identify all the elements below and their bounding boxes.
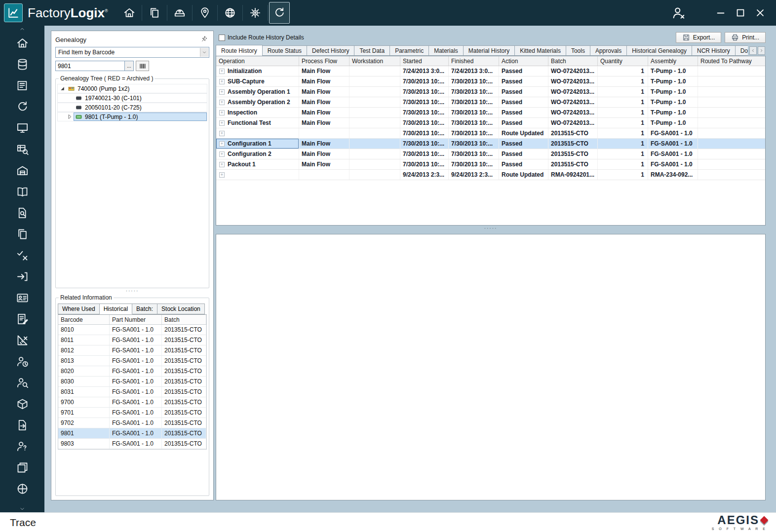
tab-documents[interactable]: Documents bbox=[736, 45, 748, 56]
include-route-history-details-checkbox[interactable] bbox=[219, 35, 225, 41]
tab-material-history[interactable]: Material History bbox=[464, 45, 515, 56]
table-row[interactable]: +InitializationMain Flow7/24/2013 3:0...… bbox=[216, 66, 765, 76]
tab-ncr-history[interactable]: NCR History bbox=[692, 45, 736, 56]
tab-scroll-left-button[interactable] bbox=[749, 46, 757, 55]
table-row[interactable]: +9/24/2013 2:3...9/24/2013 2:3...Route U… bbox=[216, 170, 765, 180]
expand-icon[interactable]: + bbox=[219, 152, 225, 157]
rail-scroll-down-button[interactable] bbox=[0, 505, 44, 512]
related-table-row[interactable]: 8011FG-SA001 - 1.02013515-CTO bbox=[58, 335, 206, 345]
related-table-row[interactable]: 9701FG-SA001 - 1.02013515-CTO bbox=[58, 408, 206, 418]
related-table-row[interactable]: 9803FG-SA001 - 1.02013515-CTO bbox=[58, 439, 206, 449]
barcode-scan-button[interactable] bbox=[136, 61, 149, 71]
expand-icon[interactable]: + bbox=[219, 89, 225, 95]
tab-tools[interactable]: Tools bbox=[566, 45, 590, 56]
tab-defect-history[interactable]: Defect History bbox=[307, 45, 354, 56]
table-row[interactable]: +7/30/2013 10:...7/30/2013 10:...Route U… bbox=[216, 128, 765, 139]
table-row[interactable]: +Functional TestMain Flow7/30/2013 10:..… bbox=[216, 118, 765, 128]
column-header-started[interactable]: Started bbox=[400, 56, 449, 66]
table-row[interactable]: +Configuration 1Main Flow7/30/2013 10:..… bbox=[216, 139, 765, 149]
table-row[interactable]: +InspectionMain Flow7/30/2013 10:...7/30… bbox=[216, 108, 765, 118]
print-button[interactable]: Print... bbox=[725, 32, 766, 43]
rail-note-edit-button[interactable] bbox=[0, 308, 44, 330]
related-table-row[interactable]: 8020FG-SA001 - 1.02013515-CTO bbox=[58, 366, 206, 377]
table-row[interactable]: +SUB-CaptureMain Flow7/30/2013 10:...7/3… bbox=[216, 76, 765, 87]
expand-icon[interactable]: + bbox=[219, 110, 225, 115]
column-header-assembly[interactable]: Assembly bbox=[648, 56, 698, 66]
rail-user-question-button[interactable] bbox=[0, 436, 44, 457]
related-table-row[interactable]: 9700FG-SA001 - 1.02013515-CTO bbox=[58, 397, 206, 408]
barcode-input[interactable] bbox=[55, 61, 124, 71]
expand-icon[interactable]: + bbox=[219, 141, 225, 147]
titlebar-minimize-button[interactable] bbox=[711, 2, 731, 24]
titlebar-close-button[interactable] bbox=[750, 2, 770, 24]
tree-item[interactable]: 740000 (Pump 1x2) bbox=[57, 84, 207, 93]
expand-icon[interactable]: + bbox=[219, 120, 225, 126]
location-button[interactable] bbox=[194, 2, 216, 23]
genealogy-splitter[interactable]: ····· bbox=[55, 288, 209, 294]
titlebar-user-logout-button[interactable] bbox=[668, 2, 688, 24]
expander-expanded-icon[interactable] bbox=[59, 85, 66, 92]
tab-materials[interactable]: Materials bbox=[429, 45, 464, 56]
tree-item[interactable]: 9801 (T-Pump - 1.0) bbox=[57, 112, 207, 121]
tree-item[interactable]: 20050101-20 (C-725) bbox=[57, 103, 207, 112]
column-header-workstation[interactable]: Workstation bbox=[349, 56, 400, 66]
rail-box-add-button[interactable] bbox=[0, 393, 44, 415]
tab-approvals[interactable]: Approvals bbox=[590, 45, 627, 56]
column-header-barcode[interactable]: Barcode bbox=[58, 315, 110, 324]
column-header-batch[interactable]: Batch bbox=[548, 56, 598, 66]
related-table-row[interactable]: 8030FG-SA001 - 1.02013515-CTO bbox=[58, 377, 206, 387]
titlebar-maximize-button[interactable] bbox=[731, 2, 750, 24]
table-row[interactable]: +Assembly Operation 1Main Flow7/30/2013 … bbox=[216, 87, 765, 97]
rail-reports-button[interactable] bbox=[0, 457, 44, 478]
rail-verify-button[interactable] bbox=[0, 245, 44, 266]
tab-batch[interactable]: Batch: bbox=[132, 304, 157, 314]
column-header-process-flow[interactable]: Process Flow bbox=[299, 56, 349, 66]
rail-monitor-button[interactable] bbox=[0, 117, 44, 139]
expand-icon[interactable]: + bbox=[219, 79, 225, 84]
tab-parametric[interactable]: Parametric bbox=[390, 45, 429, 56]
rail-user-search-button[interactable] bbox=[0, 372, 44, 393]
trace-button[interactable] bbox=[269, 2, 290, 24]
machine-button[interactable] bbox=[168, 2, 191, 23]
tab-test-data[interactable]: Test Data bbox=[354, 45, 390, 56]
rail-id-card-button[interactable] bbox=[0, 287, 44, 308]
related-table-row[interactable]: 8031FG-SA001 - 1.02013515-CTO bbox=[58, 387, 206, 397]
related-table-row[interactable]: 8012FG-SA001 - 1.02013515-CTO bbox=[58, 345, 206, 356]
tab-scroll-right-button[interactable] bbox=[758, 46, 765, 55]
expand-icon[interactable]: + bbox=[219, 162, 225, 167]
tab-route-history[interactable]: Route History bbox=[216, 45, 263, 56]
column-header-finished[interactable]: Finished bbox=[449, 56, 499, 66]
pin-button[interactable] bbox=[199, 35, 209, 44]
tree-item[interactable]: 19740021-30 (C-101) bbox=[57, 93, 207, 103]
related-table-row[interactable]: 9702FG-SA001 - 1.02013515-CTO bbox=[58, 418, 206, 428]
rail-document-search-button[interactable] bbox=[0, 202, 44, 224]
rail-data-search-button[interactable] bbox=[0, 139, 44, 160]
related-table-row[interactable]: 8013FG-SA001 - 1.02013515-CTO bbox=[58, 356, 206, 366]
rail-warehouse-button[interactable] bbox=[0, 160, 44, 181]
expander-collapsed-icon[interactable] bbox=[67, 114, 73, 120]
browse-button[interactable]: ... bbox=[124, 61, 134, 71]
rail-design-button[interactable] bbox=[0, 75, 44, 96]
column-header-batch[interactable]: Batch bbox=[162, 315, 206, 324]
related-table-row[interactable]: 9801FG-SA001 - 1.02013515-CTO bbox=[58, 428, 206, 439]
related-table-row[interactable]: 8010FG-SA001 - 1.02013515-CTO bbox=[58, 325, 206, 335]
rail-measure-remove-button[interactable] bbox=[0, 330, 44, 351]
table-row[interactable]: +Packout 1Main Flow7/30/2013 10:...7/30/… bbox=[216, 159, 765, 170]
rail-book-button[interactable] bbox=[0, 181, 44, 202]
rail-copy-pages-button[interactable] bbox=[0, 224, 44, 245]
column-header-operation[interactable]: Operation bbox=[216, 56, 299, 66]
settings-button[interactable] bbox=[244, 2, 267, 23]
expand-icon[interactable]: + bbox=[219, 172, 225, 178]
tab-where-used[interactable]: Where Used bbox=[58, 304, 100, 314]
expand-icon[interactable]: + bbox=[219, 131, 225, 136]
rail-materials-button[interactable] bbox=[0, 54, 44, 75]
search-mode-dropdown[interactable]: Find Item by Barcode bbox=[55, 47, 209, 58]
column-header-routed-to-pathway[interactable]: Routed To Pathway bbox=[698, 56, 766, 66]
tab-kitted-materials[interactable]: Kitted Materials bbox=[515, 45, 566, 56]
rail-user-clock-button[interactable] bbox=[0, 351, 44, 372]
expand-icon[interactable]: + bbox=[219, 69, 225, 74]
rail-scroll-up-button[interactable] bbox=[0, 26, 44, 33]
table-row[interactable]: +Assembly Operation 2Main Flow7/30/2013 … bbox=[216, 97, 765, 108]
rail-document-export-button[interactable] bbox=[0, 415, 44, 436]
tab-historical[interactable]: Historical bbox=[100, 304, 132, 314]
